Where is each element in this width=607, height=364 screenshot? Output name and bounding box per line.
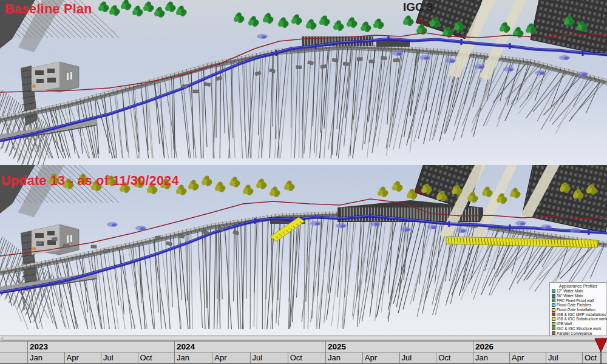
scene-canvas-baseline <box>0 0 607 165</box>
legend-item-label: Flood Gate Installation <box>557 308 595 312</box>
legend-item: Flood Gate Installation <box>552 308 605 312</box>
legend-swatch <box>552 303 555 307</box>
legend-swatch <box>552 312 555 316</box>
timeline-years-row[interactable]: 2023202420252026 <box>0 342 607 352</box>
legend-items: 12" Water Main36" Water MainFRC Fixed Fl… <box>552 289 605 335</box>
legend-item-label: IGC & IGC Structure work <box>557 326 602 331</box>
timeline-month-cell[interactable]: Oct <box>436 352 473 363</box>
timeline-month-cell[interactable]: Oct <box>288 352 325 363</box>
legend-swatch <box>552 289 555 293</box>
legend-item: Flood Gate Finishes <box>552 303 605 308</box>
timeline-month-cell[interactable]: Apr <box>64 352 101 363</box>
legend-item: 12" Water Main <box>552 289 605 294</box>
legend-item-label: 12" Water Main <box>557 289 583 293</box>
timeline-month-cell[interactable] <box>0 352 27 363</box>
legend-swatch <box>552 308 555 312</box>
legend-item: IGB Wall <box>552 322 605 326</box>
appearance-profiles-legend: Appearance Profiles 12" Water Main36" Wa… <box>549 282 606 335</box>
legend-item: FRC Fixed Flood wall <box>552 298 605 303</box>
timeline-month-cell[interactable]: Apr <box>212 352 249 363</box>
legend-item: IGB & IGC MEP Installations <box>552 312 605 317</box>
timeline-year-cell[interactable] <box>0 342 27 352</box>
legend-item: Parallel Conveyance <box>552 331 605 335</box>
timeline-month-cell[interactable]: Jul <box>399 352 436 363</box>
legend-swatch <box>552 322 555 326</box>
timeline-month-cell[interactable]: Jan <box>174 352 212 363</box>
legend-item: IGB & IGC Substructure work <box>552 317 605 322</box>
playhead-marker[interactable] <box>591 335 607 364</box>
legend-item: 36" Water Main <box>552 294 605 298</box>
timeline-month-cell[interactable]: Jul <box>250 352 288 363</box>
timeline-month-cell[interactable]: Apr <box>362 352 399 363</box>
timeline-year-cell[interactable]: 2026 <box>473 342 607 352</box>
viewport-baseline[interactable]: Baseline Plan IGC 3 <box>0 0 607 165</box>
timeline-month-cell[interactable]: Oct <box>138 352 175 363</box>
timeline-month-cell[interactable]: Apr <box>509 352 546 363</box>
legend-item-label: Flood Gate Finishes <box>557 303 591 307</box>
legend-item-label: 36" Water Main <box>557 294 583 298</box>
pile-field <box>0 47 604 165</box>
viewport-title-update: Update 13 - as of 11/30/2024 <box>1 174 179 189</box>
scene-canvas-update <box>0 165 607 335</box>
timeline-year-cell[interactable]: 2025 <box>325 342 473 352</box>
legend-item-label: IGB Wall <box>557 322 572 326</box>
playhead-triangle-icon[interactable] <box>595 339 607 352</box>
legend-item-label: FRC Fixed Flood wall <box>557 298 594 303</box>
legend-swatch <box>552 294 555 298</box>
timeline-month-cell[interactable]: Jul <box>546 352 582 363</box>
timeline-scrollbar-thumb[interactable] <box>2 337 603 341</box>
legend-swatch <box>552 326 555 330</box>
timeline-month-cell[interactable]: Jan <box>473 352 509 363</box>
timeline-months-row[interactable]: JanAprJulOctJanAprJulOctJanAprJulOctJanA… <box>0 352 607 364</box>
legend-title: Appearance Profiles <box>552 284 605 288</box>
igc3-annotation: IGC 3 <box>403 1 433 14</box>
legend-item: IGC & IGC Structure work <box>552 326 605 331</box>
timeline-year-cell[interactable]: 2024 <box>174 342 325 352</box>
legend-item-label: Parallel Conveyance <box>557 331 592 335</box>
legend-swatch <box>552 317 555 321</box>
timeline-bar[interactable]: 2023202420252026 JanAprJulOctJanAprJulOc… <box>0 335 607 364</box>
timeline-month-cell[interactable]: Jan <box>325 352 362 363</box>
legend-item-label: IGB & IGC MEP Installations <box>557 312 606 317</box>
timeline-month-cell[interactable]: Jul <box>101 352 138 363</box>
timeline-year-cell[interactable]: 2023 <box>27 342 174 352</box>
legend-swatch <box>552 298 555 302</box>
timeline-scrollbar[interactable] <box>0 335 607 342</box>
timeline-month-cell[interactable]: Jan <box>27 352 64 363</box>
pump-station-building <box>32 62 79 92</box>
viewport-update[interactable]: Update 13 - as of 11/30/2024 Appearance … <box>0 165 607 335</box>
legend-swatch <box>552 331 555 335</box>
corner-structure <box>0 165 119 217</box>
app-window: Baseline Plan IGC 3 Update 13 - as of 11… <box>0 0 607 364</box>
viewport-title-baseline: Baseline Plan <box>5 2 92 17</box>
legend-item-label: IGB & IGC Substructure work <box>557 317 607 321</box>
